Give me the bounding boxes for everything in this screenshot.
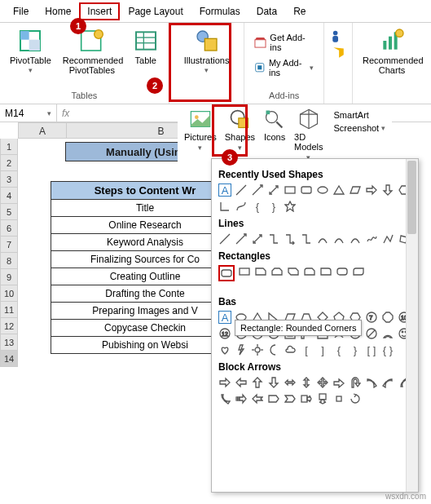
shape-brace-pair[interactable]: { } [381, 343, 394, 356]
shape-moon[interactable] [267, 343, 280, 356]
pictures-button[interactable]: Pictures▾ [181, 106, 220, 153]
shape-arrow-pentagon[interactable] [267, 392, 280, 405]
shape-arrow-updown[interactable] [300, 376, 313, 389]
tab-review[interactable]: Re [285, 2, 314, 20]
shape-elbow[interactable] [218, 200, 231, 213]
get-addins-button[interactable]: Get Add-ins [251, 31, 317, 54]
shape-parallelogram[interactable] [349, 183, 362, 197]
shape-curve-arrow[interactable] [332, 232, 345, 245]
shape-line-arrow[interactable] [235, 232, 248, 245]
shapes-button[interactable]: Shapes▾ [222, 106, 258, 153]
shape-arrow-callout-down[interactable] [316, 392, 329, 405]
row-header[interactable]: 11 [0, 302, 18, 318]
shape-line[interactable] [235, 183, 248, 197]
shape-elbow-double[interactable] [300, 232, 313, 245]
row-header[interactable]: 2 [0, 155, 18, 171]
shape-freeform[interactable] [235, 200, 248, 213]
row-header[interactable]: 3 [0, 171, 18, 188]
my-addins-button[interactable]: My Add-ins ▾ [251, 56, 317, 79]
illustrations-button[interactable]: Illustrations▾ [176, 26, 238, 77]
shape-block-arc[interactable] [381, 327, 394, 340]
shape-brace-right[interactable]: } [349, 343, 362, 356]
shape-arrow-notched[interactable] [251, 392, 264, 405]
shape-line-double-arrow[interactable] [251, 232, 264, 245]
shape-rectangle-plain[interactable] [238, 265, 251, 278]
shape-elbow-conn[interactable] [267, 232, 280, 245]
shape-heart[interactable] [218, 343, 231, 356]
shape-dodecagon[interactable]: 12 [218, 327, 231, 340]
row-header[interactable]: 6 [0, 220, 18, 237]
row-header[interactable]: 14 [0, 351, 18, 367]
row-header[interactable]: 10 [0, 285, 18, 302]
smartart-button[interactable]: SmartArt [328, 109, 389, 121]
shape-textbox[interactable]: A [218, 183, 231, 197]
shape-arrow-down[interactable] [381, 183, 394, 197]
shape-line[interactable] [218, 232, 231, 245]
shape-snip-diag[interactable] [287, 265, 300, 278]
shape-double-arrow-line[interactable] [267, 183, 280, 197]
shape-arrow-right[interactable] [218, 376, 231, 389]
shape-arrow-striped[interactable] [235, 392, 248, 405]
shape-freeform-open[interactable] [381, 232, 394, 245]
shape-arrow-curved-left[interactable] [381, 376, 394, 389]
row-header[interactable]: 13 [0, 334, 18, 351]
shape-brace-right[interactable]: } [267, 200, 280, 213]
recommended-charts-button[interactable]: Recommended Charts [359, 26, 424, 77]
tab-file[interactable]: File [5, 2, 37, 20]
icons-button[interactable]: Icons [260, 106, 289, 144]
shape-bracket-right[interactable]: ] [316, 343, 329, 356]
row-header[interactable]: 8 [0, 253, 18, 269]
shape-arrow-up[interactable] [251, 376, 264, 389]
shape-rectangle[interactable] [284, 183, 297, 197]
row-header[interactable]: 5 [0, 204, 18, 220]
shape-round-diag[interactable] [352, 265, 365, 278]
shape-arrow-chevron[interactable] [284, 392, 297, 405]
shape-arrow-circular[interactable] [349, 392, 362, 405]
bing-maps-icon[interactable] [331, 46, 345, 60]
shape-arrow-leftright[interactable] [284, 376, 297, 389]
shape-textbox[interactable]: A [218, 311, 231, 324]
row-header[interactable]: 9 [0, 269, 18, 285]
shape-round-single[interactable] [319, 265, 332, 278]
fx-icon[interactable]: fx [57, 108, 74, 119]
shape-elbow-arrow[interactable] [284, 232, 297, 245]
recommended-pivottables-button[interactable]: Recommended PivotTables [59, 26, 125, 77]
shape-arrow-line[interactable] [251, 183, 264, 197]
shape-triangle[interactable] [332, 183, 345, 197]
shape-star[interactable] [284, 200, 297, 213]
shape-lightning[interactable] [235, 343, 248, 356]
shape-arrow-callout-quad[interactable] [332, 392, 345, 405]
shape-arrow-curved-right[interactable] [365, 376, 378, 389]
table-button[interactable]: Table [130, 26, 162, 67]
col-header[interactable]: A [18, 122, 67, 139]
shape-arrow-left[interactable] [235, 376, 248, 389]
shape-round-same[interactable] [336, 265, 349, 278]
tab-page-layout[interactable]: Page Layout [120, 2, 191, 20]
shape-bracket-left[interactable]: [ [300, 343, 313, 356]
shape-arrow-bent[interactable] [332, 376, 345, 389]
shape-arrow-right[interactable] [365, 183, 378, 197]
tab-home[interactable]: Home [37, 2, 79, 20]
row-header[interactable]: 12 [0, 318, 18, 334]
shape-oval[interactable] [316, 183, 329, 197]
scrollbar[interactable] [406, 159, 418, 492]
tab-data[interactable]: Data [248, 2, 285, 20]
shape-snip-round[interactable] [303, 265, 316, 278]
shape-arrow-down[interactable] [267, 376, 280, 389]
shape-no-symbol[interactable] [365, 327, 378, 340]
tab-insert[interactable]: Insert [79, 2, 120, 20]
shape-snip-same[interactable] [270, 265, 284, 278]
tab-formulas[interactable]: Formulas [191, 2, 248, 20]
shape-arrow-uturn[interactable] [349, 376, 362, 389]
shape-heptagon[interactable]: 7 [365, 311, 378, 324]
shape-brace-left[interactable]: { [332, 343, 345, 356]
3d-models-button[interactable]: 3D Models▾ [291, 106, 326, 163]
shape-arrow-curved-down[interactable] [218, 392, 231, 405]
screenshot-button[interactable]: Screenshot ▾ [328, 122, 389, 134]
shape-curve-double[interactable] [349, 232, 362, 245]
shape-rounded-rect[interactable] [300, 183, 313, 197]
scrollbar-thumb[interactable] [407, 161, 416, 234]
shape-snip-single[interactable] [254, 265, 267, 278]
row-header[interactable]: 4 [0, 188, 18, 204]
shape-cloud[interactable] [284, 343, 297, 356]
